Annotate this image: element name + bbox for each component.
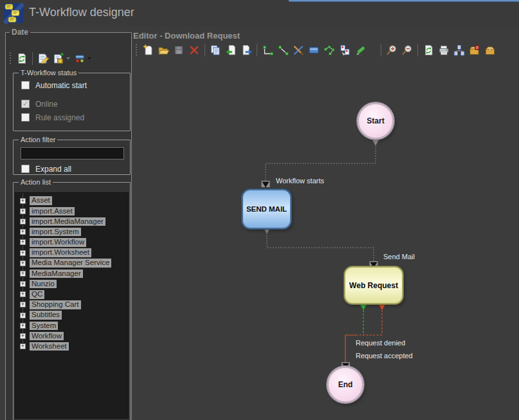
- tree-item[interactable]: + Subtitles: [17, 310, 128, 320]
- automatic-start-checkbox[interactable]: [21, 81, 30, 89]
- copy-icon[interactable]: [208, 42, 223, 58]
- node-end[interactable]: End: [327, 366, 364, 403]
- expand-plus-icon[interactable]: +: [20, 219, 26, 224]
- toolbar-separator: [257, 44, 257, 57]
- expand-plus-icon[interactable]: +: [20, 302, 26, 307]
- toolbar-separator: [381, 44, 381, 57]
- toolbar-separator: [417, 44, 418, 57]
- marker-icon[interactable]: [352, 42, 368, 58]
- tree-item-label[interactable]: Subtitles: [30, 311, 62, 320]
- tree-item[interactable]: + QC: [17, 289, 128, 300]
- tree-item[interactable]: + System: [17, 320, 128, 331]
- tree-item[interactable]: + import.System: [17, 227, 128, 237]
- expand-plus-icon[interactable]: +: [20, 250, 26, 256]
- tree-item-label[interactable]: Nunzio: [30, 280, 57, 289]
- tree-item-label[interactable]: Workflow: [30, 332, 64, 341]
- expand-plus-icon[interactable]: +: [20, 323, 26, 329]
- elbow-connector-icon[interactable]: [260, 42, 275, 58]
- expand-plus-icon[interactable]: +: [20, 198, 26, 204]
- edit-document-icon[interactable]: [35, 51, 51, 66]
- package-export-icon[interactable]: [467, 42, 482, 58]
- workflow-status-group-title: T-Workflow status: [19, 69, 78, 77]
- action-filter-input[interactable]: [21, 147, 124, 160]
- date-panel-title: Date: [10, 28, 30, 37]
- tree-item-label[interactable]: import.Asset: [30, 207, 75, 216]
- tree-item[interactable]: + import.Worksheet: [17, 248, 128, 258]
- import-page-icon[interactable]: [223, 42, 239, 58]
- new-item-icon[interactable]: [51, 51, 66, 66]
- online-label: Online: [35, 100, 58, 109]
- tree-item[interactable]: + Workflow: [17, 331, 128, 341]
- node-start[interactable]: Start: [357, 102, 394, 140]
- tree-item[interactable]: + import.Asset: [17, 206, 128, 216]
- toolbar-separator: [32, 52, 33, 65]
- package-icon[interactable]: [482, 42, 498, 58]
- tree-item[interactable]: + Media Manager Service: [17, 258, 128, 268]
- tree-item[interactable]: + MediaManager: [17, 268, 128, 278]
- tree-item-label[interactable]: Media Manager Service: [30, 259, 111, 268]
- tree-item-label[interactable]: import.MediaManager: [30, 217, 105, 226]
- cross-tools-icon[interactable]: [291, 42, 306, 58]
- poly-connector-icon[interactable]: [322, 42, 337, 58]
- node-send-mail[interactable]: SEND MAIL: [242, 189, 291, 229]
- node-web-request[interactable]: Web Request: [344, 266, 403, 304]
- rule-assigned-checkbox[interactable]: [21, 113, 30, 122]
- line-connector-icon[interactable]: [275, 42, 291, 58]
- hierarchy-icon[interactable]: [451, 42, 467, 58]
- window-accent-line: [289, 0, 519, 2]
- tree-item-label[interactable]: Asset: [30, 196, 52, 205]
- tree-item[interactable]: + Shopping Cart: [17, 300, 128, 310]
- tree-item[interactable]: + Worksheet: [17, 342, 128, 352]
- tree-item-label[interactable]: QC: [30, 290, 44, 299]
- expand-plus-icon[interactable]: +: [20, 343, 26, 349]
- link-pages-icon[interactable]: [337, 42, 352, 58]
- tree-item[interactable]: + Nunzio: [17, 279, 128, 289]
- expand-plus-icon[interactable]: +: [20, 313, 26, 318]
- tree-item[interactable]: + import.MediaManager: [17, 216, 128, 226]
- print-icon[interactable]: [436, 42, 451, 58]
- tree-item-label[interactable]: import.System: [30, 228, 81, 237]
- action-filter-group-title: Action filter: [19, 136, 57, 144]
- dropdown-caret-icon[interactable]: [87, 57, 91, 60]
- titlebar: T-Workflow designer: [0, 0, 519, 27]
- expand-all-label: Expand all: [35, 165, 71, 174]
- export-page-icon[interactable]: [239, 42, 254, 58]
- expand-all-checkbox[interactable]: [21, 165, 30, 173]
- tree-item-label[interactable]: import.Workflow: [30, 238, 86, 247]
- toolbar-grip-handle[interactable]: [135, 44, 138, 56]
- expand-plus-icon[interactable]: +: [20, 229, 26, 235]
- expand-plus-icon[interactable]: +: [20, 239, 26, 245]
- expand-plus-icon[interactable]: +: [20, 271, 26, 277]
- expand-plus-icon[interactable]: +: [20, 260, 26, 266]
- app-title: T-Workflow designer: [29, 6, 134, 19]
- tree-item-label[interactable]: MediaManager: [30, 269, 83, 278]
- zoom-in-icon[interactable]: [384, 42, 399, 58]
- workflow-status-group: T-Workflow status Automatic start ✓ Onli…: [13, 69, 131, 131]
- delete-icon[interactable]: [187, 42, 202, 58]
- open-folder-icon[interactable]: [156, 42, 171, 58]
- refresh-icon[interactable]: [14, 51, 30, 66]
- refresh-page-icon[interactable]: [421, 42, 436, 58]
- tree-item-label[interactable]: Shopping Cart: [30, 300, 81, 309]
- expand-plus-icon[interactable]: +: [20, 333, 26, 339]
- expand-plus-icon[interactable]: +: [20, 281, 26, 287]
- dropdown-caret-icon[interactable]: [66, 57, 70, 60]
- tree-item[interactable]: + Asset: [17, 196, 128, 206]
- connection-label-send-mail: Send Mail: [383, 253, 415, 260]
- toolbar-grip-handle[interactable]: [9, 53, 12, 64]
- save-icon[interactable]: [171, 42, 187, 58]
- editor-title: Editor - Download Request: [133, 31, 240, 41]
- expand-plus-icon[interactable]: +: [20, 291, 26, 297]
- zoom-out-icon[interactable]: [399, 42, 415, 58]
- tree-item-label[interactable]: Worksheet: [30, 342, 69, 351]
- connection-label-request-denied: Request denied: [356, 339, 405, 347]
- new-page-icon[interactable]: [140, 42, 156, 58]
- workflow-status-icon[interactable]: [72, 51, 87, 66]
- tree-item[interactable]: + import.Workflow: [17, 237, 128, 248]
- tree-item-label[interactable]: import.Worksheet: [30, 248, 91, 257]
- rect-node-icon[interactable]: [306, 42, 322, 58]
- checkbox-row-automatic-start: Automatic start: [21, 80, 130, 90]
- online-checkbox[interactable]: ✓: [21, 100, 30, 108]
- tree-item-label[interactable]: System: [30, 322, 58, 331]
- expand-plus-icon[interactable]: +: [20, 208, 26, 214]
